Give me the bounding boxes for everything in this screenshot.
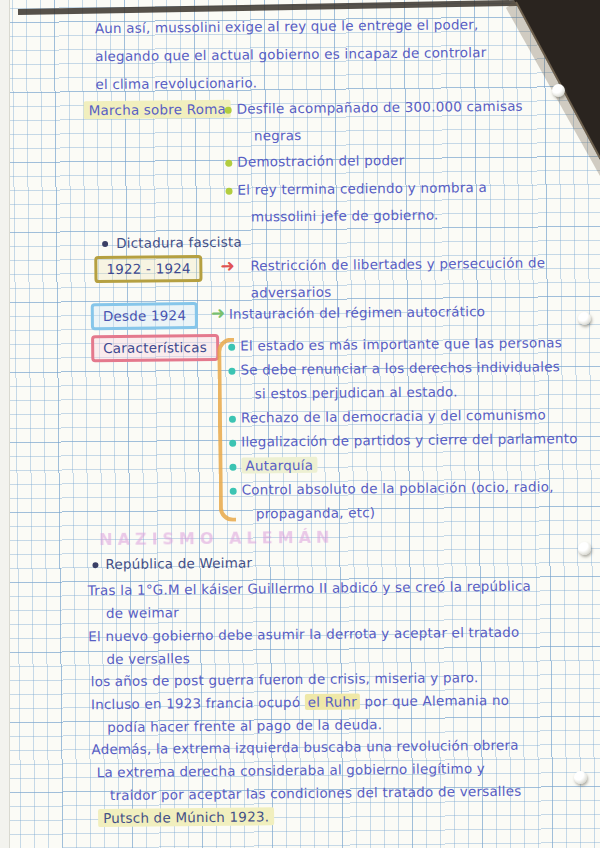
note-line: Tras la 1°G.M el káiser Guillermo II abd… <box>88 578 531 600</box>
note-line: Instauración del régimen autocrático <box>229 303 486 323</box>
note-line: Restricción de libertades y persecución … <box>250 254 545 274</box>
paper-bump <box>552 84 565 97</box>
bullet-icon <box>228 368 235 375</box>
faint-section-title: NAZISMO ALEMÁN <box>99 528 334 550</box>
note-line: propaganda, etc) <box>256 504 375 522</box>
note-line: adversarios <box>251 284 332 302</box>
green-arrow-icon <box>211 303 226 324</box>
note-line-ruhr: Incluso en 1923 francia ocupó el Ruhr po… <box>91 692 509 713</box>
notebook-photo: Aun así, mussolini exige al rey que le e… <box>0 0 600 848</box>
section-heading: República de Weimar <box>105 555 252 573</box>
note-line: El nuevo gobierno debe asumir la derrota… <box>88 624 519 645</box>
bullet-icon <box>229 440 236 447</box>
ruhr-highlight: el Ruhr <box>305 693 360 710</box>
bullet-icon <box>228 344 235 351</box>
bullet-icon <box>225 107 232 114</box>
note-line: El estado es más importante que las pers… <box>240 334 562 354</box>
paper-left-edge <box>0 0 10 848</box>
note-line: Rechazo de la democracia y del comunismo <box>241 406 546 426</box>
note-line: Control absoluto de la población (ocio, … <box>242 478 554 498</box>
note-line: Demostración del poder <box>237 152 404 171</box>
bullet-icon <box>102 241 108 247</box>
bullet-icon <box>230 488 237 495</box>
note-line: Se debe renunciar a los derechos individ… <box>240 358 560 378</box>
note-line: los años de post guerra fueron de crisis… <box>91 669 479 690</box>
notes-content: Aun así, mussolini exige al rey que le e… <box>0 0 600 848</box>
note-line: El rey termina cediendo y nombra a <box>237 179 487 198</box>
note-line: Ilegalización de partidos y cierre del p… <box>241 430 578 450</box>
paper-bump <box>574 771 587 784</box>
bullet-icon <box>229 464 236 471</box>
note-line: Aun así, mussolini exige al rey que le e… <box>95 16 479 37</box>
red-arrow-icon <box>220 256 235 277</box>
bullet-icon <box>229 416 236 423</box>
note-line: traidor por aceptar las condiciones del … <box>110 783 522 804</box>
bullet-icon <box>92 562 98 568</box>
note-line: podía hacer frente al pago de la deuda. <box>107 716 382 736</box>
note-line: La extrema derecha consideraba al gobier… <box>97 760 486 781</box>
note-line: de versalles <box>106 650 190 668</box>
note-line: si estos perjudican al estado. <box>255 383 458 402</box>
paper-bump <box>578 312 591 325</box>
note-line: mussolini jefe de gobierno. <box>251 207 439 226</box>
caracteristicas-tag: Características <box>91 334 219 362</box>
bullet-icon <box>226 188 233 195</box>
period-tag-desde-1924: Desde 1924 <box>91 302 199 330</box>
note-line: negras <box>254 127 302 144</box>
note-line: Desfile acompañado de 300.000 camisas <box>237 98 523 118</box>
note-line: el clima revolucionario. <box>95 74 257 93</box>
period-tag-1922-1924: 1922 - 1924 <box>94 255 203 283</box>
section-heading: Dictadura fascista <box>116 234 242 252</box>
marcha-label: Marcha sobre Roma <box>84 101 231 119</box>
note-line: Autarquía <box>241 457 317 475</box>
paper-bump <box>578 542 591 555</box>
bullet-icon <box>225 160 232 167</box>
note-line: Además, la extrema izquierda buscaba una… <box>91 737 518 758</box>
note-line: de weimar <box>106 604 179 622</box>
note-line: alegando que el actual gobierno es incap… <box>95 44 486 65</box>
putsch-line: Putsch de Múnich 1923. <box>98 808 274 827</box>
